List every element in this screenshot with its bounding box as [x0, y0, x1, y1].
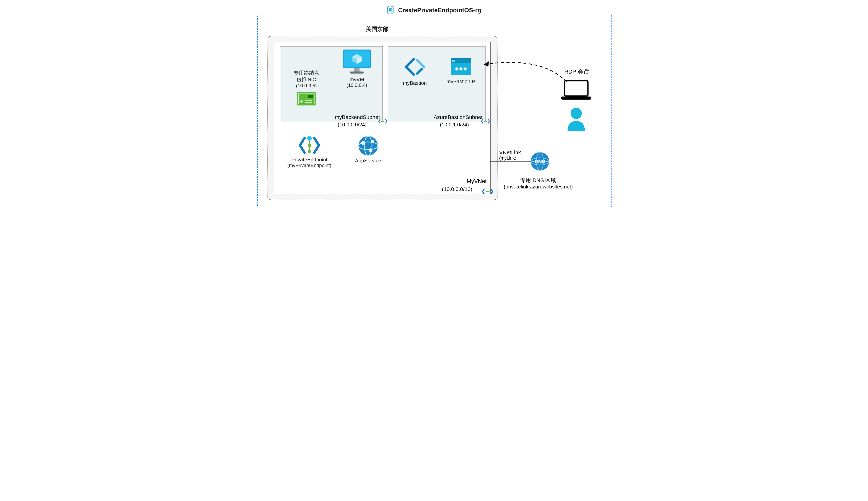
vnetlink: VNetLink (myLink)	[499, 149, 521, 161]
private-endpoint-nic: 专用终结点 虚拟 NIC (10.0.0.5)	[285, 70, 327, 108]
vnet-badge-icon	[378, 118, 387, 124]
svg-marker-51	[484, 61, 489, 67]
svg-point-50	[571, 108, 582, 119]
svg-point-26	[485, 121, 486, 122]
bastion-ip-name: myBastionIP	[446, 79, 475, 84]
diagram-canvas: CreatePrivateEndpointOS-rg 美国东部 专用终结点 虚拟…	[250, 0, 618, 212]
bastion-ip: myBastionIP	[439, 57, 483, 85]
app-service: AppService	[346, 135, 390, 164]
dns-zone-label: 专用 DNS 区域	[520, 177, 556, 183]
svg-rect-3	[297, 92, 316, 105]
nic-label-2: 虚拟 NIC	[285, 76, 327, 83]
backend-subnet-box: 专用终结点 虚拟 NIC (10.0.0.5)	[280, 46, 383, 122]
vnetlink-sub: (myLink)	[499, 156, 521, 161]
bastion-subnet-name: AzureBastionSubnet	[433, 114, 482, 120]
svg-rect-21	[452, 60, 455, 62]
private-endpoint-sub: (myPrivateEndpoint)	[280, 163, 339, 168]
resource-group-icon	[387, 6, 394, 14]
bastion-subnet-box: myBastion myBastionIP AzureBastionSubnet	[388, 46, 485, 122]
svg-point-24	[463, 67, 467, 71]
vnet-name: MyVNet	[467, 178, 487, 185]
public-ip-icon	[449, 57, 473, 77]
resource-group-title: CreatePrivateEndpointOS-rg	[250, 4, 618, 14]
app-service-name: AppService	[355, 158, 381, 163]
vnet-box: 专用终结点 虚拟 NIC (10.0.0.5)	[275, 42, 491, 194]
rdp-arrow	[480, 54, 572, 89]
svg-point-6	[300, 100, 303, 103]
svg-point-35	[361, 141, 365, 145]
svg-point-39	[487, 191, 488, 192]
private-endpoint-label: PrivateEndpoint	[291, 157, 327, 162]
svg-point-27	[486, 121, 487, 122]
vnet-badge-icon	[482, 188, 491, 194]
bastion: myBastion	[393, 57, 437, 86]
dns-zone: 专用 DNS 区域 (privatelink.azurewebsites.net…	[500, 177, 577, 190]
private-endpoint: PrivateEndpoint (myPrivateEndpoint)	[280, 135, 339, 168]
nic-ip: (10.0.0.5)	[285, 83, 327, 89]
svg-point-31	[308, 149, 311, 153]
bastion-name: myBastion	[403, 80, 427, 86]
bastion-icon	[404, 57, 427, 79]
dns-zone-icon: DNS	[530, 151, 550, 172]
nic-icon	[296, 91, 317, 106]
app-service-icon	[358, 135, 379, 156]
svg-point-37	[369, 148, 372, 152]
svg-point-18	[383, 121, 384, 122]
svg-point-16	[381, 121, 382, 122]
region-box: 专用终结点 虚拟 NIC (10.0.0.5)	[267, 36, 498, 200]
private-endpoint-icon	[299, 135, 321, 155]
svg-point-17	[382, 121, 383, 122]
vm-ip: (10.0.0.4)	[334, 83, 380, 88]
svg-rect-49	[561, 97, 591, 99]
user-icon	[566, 107, 586, 131]
svg-point-30	[308, 144, 311, 147]
vnet-badge-icon	[481, 118, 490, 124]
backend-subnet-name: myBackendSubnet	[335, 114, 380, 120]
region-label: 美国东部	[257, 25, 497, 33]
vnetlink-label: VNetLink	[499, 149, 521, 155]
vnet-cidr: (10.0.0.0/16)	[442, 186, 472, 192]
svg-point-22	[455, 67, 458, 71]
svg-point-40	[488, 191, 489, 192]
svg-rect-5	[308, 95, 313, 98]
svg-rect-8	[305, 103, 312, 104]
svg-point-36	[371, 140, 374, 143]
nic-label-1: 专用终结点	[294, 70, 319, 76]
dns-zone-domain: (privatelink.azurewebsites.net)	[500, 184, 577, 190]
svg-point-29	[307, 136, 312, 141]
svg-rect-7	[305, 100, 312, 102]
svg-rect-15	[350, 72, 364, 74]
svg-point-38	[485, 191, 487, 192]
vm: myVM (10.0.0.4)	[334, 49, 380, 88]
vm-icon	[342, 49, 372, 75]
bastion-subnet-cidr: (10.0.1.0/24)	[440, 122, 475, 128]
svg-point-23	[459, 67, 462, 71]
svg-point-32	[358, 136, 378, 156]
svg-point-25	[484, 121, 485, 122]
svg-text:DNS: DNS	[534, 159, 545, 164]
vm-name: myVM	[349, 77, 364, 82]
svg-rect-14	[354, 68, 359, 72]
resource-group-name: CreatePrivateEndpointOS-rg	[398, 7, 481, 13]
